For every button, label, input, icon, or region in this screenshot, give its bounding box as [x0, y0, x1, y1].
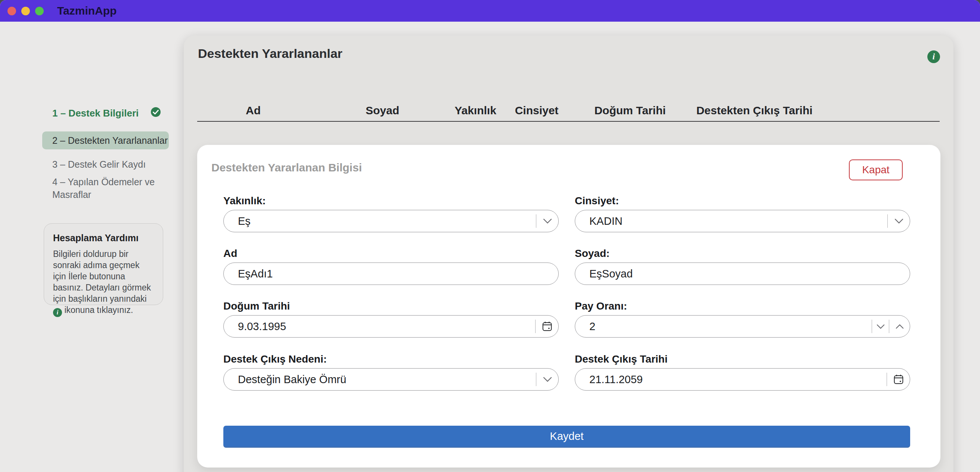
soyad-label: Soyad:	[575, 248, 910, 259]
sidebar-step-1[interactable]: 1 – Destek Bilgileri	[52, 108, 138, 119]
yakinlik-select[interactable]: Eş	[223, 210, 559, 232]
cinsiyet-label: Cinsiyet:	[575, 195, 910, 206]
field-soyad: Soyad: EşSoyad	[575, 248, 910, 285]
info-icon[interactable]: i	[53, 308, 62, 317]
ad-label: Ad	[223, 248, 559, 259]
field-pay-orani: Pay Oranı: 2	[575, 300, 910, 338]
field-cinsiyet: Cinsiyet: KADIN	[575, 195, 910, 232]
app-window: TazminApp 1 – Destek Bilgileri 2 – Deste…	[0, 0, 980, 472]
step-completed-check-icon	[151, 107, 161, 117]
minimize-button[interactable]	[21, 7, 30, 15]
column-header-yakinlik: Yakınlık	[455, 103, 496, 118]
help-text-after: ikonuna tıklayınız.	[64, 305, 133, 315]
titlebar: TazminApp	[0, 0, 980, 22]
dogum-tarihi-input[interactable]: 9.03.1995	[223, 315, 559, 338]
save-button[interactable]: Kaydet	[223, 426, 910, 447]
calendar-icon[interactable]	[535, 319, 558, 333]
yakinlik-label: Yakınlık:	[223, 195, 559, 206]
pay-orani-label: Pay Oranı:	[575, 300, 910, 311]
sidebar-step-4[interactable]: 4 – Yapılan Ödemeler ve Masraflar	[52, 175, 168, 201]
help-box: Hesaplama Yardımı Bilgileri doldurup bir…	[44, 223, 163, 305]
chevron-down-icon[interactable]	[536, 373, 558, 386]
close-button[interactable]	[8, 7, 16, 15]
field-destek-cikis-nedeni: Destek Çıkış Nedeni: Desteğin Bakiye Ömr…	[223, 353, 559, 391]
ad-input[interactable]: EşAdı1	[223, 262, 559, 285]
help-body: Bilgileri doldurup bir sonraki adıma geç…	[53, 248, 154, 317]
column-header-cinsiyet: Cinsiyet	[515, 103, 559, 118]
maximize-button[interactable]	[35, 7, 44, 15]
soyad-value: EşSoyad	[575, 263, 910, 284]
field-dogum-tarihi: Doğum Tarihi 9.03.1995	[223, 300, 559, 338]
pay-orani-value: 2	[575, 316, 872, 337]
destek-cikis-tarihi-value: 21.11.2059	[575, 369, 887, 390]
column-header-ad: Ad	[246, 103, 261, 118]
help-title: Hesaplama Yardımı	[53, 233, 154, 243]
form-title: Destekten Yararlanan Bilgisi	[212, 161, 362, 174]
ad-value: EşAdı1	[224, 263, 558, 284]
chevron-down-icon[interactable]	[872, 319, 889, 333]
column-header-soyad: Soyad	[366, 103, 399, 118]
chevron-up-icon[interactable]	[889, 319, 910, 333]
column-header-destekten-cikis-tarihi: Destekten Çıkış Tarihi	[696, 103, 812, 118]
destek-cikis-tarihi-label: Destek Çıkış Tarihi	[575, 353, 910, 364]
destek-cikis-nedeni-value: Desteğin Bakiye Ömrü	[224, 369, 536, 390]
destek-cikis-nedeni-label: Destek Çıkış Nedeni:	[223, 353, 559, 364]
app-title: TazminApp	[57, 5, 116, 17]
info-icon[interactable]: i	[928, 51, 940, 63]
sidebar-step-3[interactable]: 3 – Destek Gelir Kaydı	[52, 159, 146, 170]
pay-orani-stepper[interactable]: 2	[575, 315, 910, 338]
beneficiaries-table-header: Ad Soyad Yakınlık Cinsiyet Doğum Tarihi …	[197, 103, 940, 118]
cinsiyet-value: KADIN	[575, 210, 888, 232]
table-header-divider	[197, 121, 940, 122]
cinsiyet-select[interactable]: KADIN	[575, 210, 910, 232]
help-text-before: Bilgileri doldurup bir sonraki adıma geç…	[53, 249, 151, 304]
page-title: Destekten Yararlananlar	[198, 46, 342, 61]
field-ad: Ad EşAdı1	[223, 248, 559, 285]
field-yakinlik: Yakınlık: Eş	[223, 195, 559, 232]
destek-cikis-nedeni-select[interactable]: Desteğin Bakiye Ömrü	[223, 368, 559, 391]
beneficiary-form-card: Destekten Yararlanan Bilgisi Kapat Yakın…	[197, 145, 940, 467]
chevron-down-icon[interactable]	[536, 215, 558, 228]
dogum-tarihi-label: Doğum Tarihi	[223, 300, 559, 311]
calendar-icon[interactable]	[887, 373, 910, 386]
destek-cikis-tarihi-input[interactable]: 21.11.2059	[575, 368, 910, 391]
dogum-tarihi-value: 9.03.1995	[224, 316, 535, 337]
close-form-button[interactable]: Kapat	[849, 159, 903, 180]
soyad-input[interactable]: EşSoyad	[575, 262, 910, 285]
field-destek-cikis-tarihi: Destek Çıkış Tarihi 21.11.2059	[575, 353, 910, 391]
sidebar-step-2[interactable]: 2 – Destekten Yararlananlar	[42, 132, 169, 149]
chevron-down-icon[interactable]	[888, 215, 910, 228]
yakinlik-value: Eş	[224, 210, 536, 232]
column-header-dogum-tarihi: Doğum Tarihi	[594, 103, 665, 118]
